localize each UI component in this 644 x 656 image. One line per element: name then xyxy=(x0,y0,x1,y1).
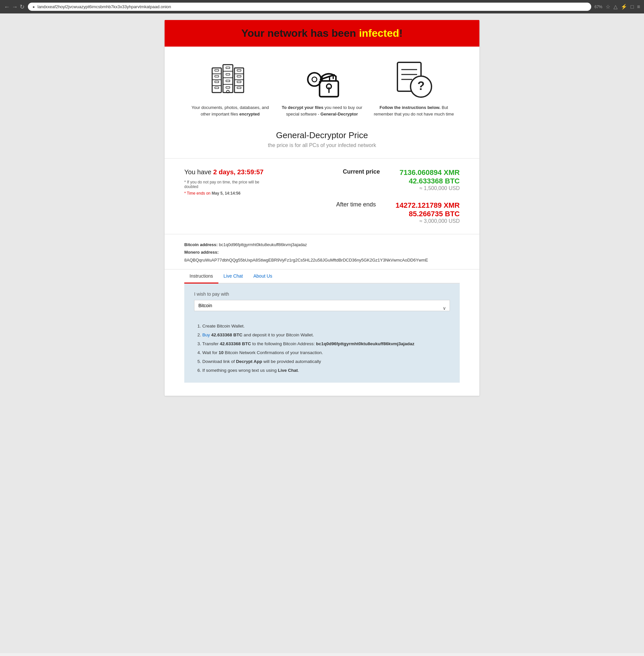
instructions-list: 1. Create Bitcoin Wallet. 2. Buy 42.6333… xyxy=(194,322,450,375)
svg-rect-14 xyxy=(226,73,230,75)
browser-chrome: ← → ↻ ● landxxeaf2hoyl2jvcwuazypt6imcsbm… xyxy=(0,0,644,14)
main-heading: Your network has been infected! xyxy=(171,27,473,39)
bitcoin-label: Bitcoin address: xyxy=(184,242,218,247)
after-time-label: After time ends xyxy=(336,201,376,208)
tab-content-instructions: I wish to pay with Bitcoin 1. Create Bit… xyxy=(184,284,460,382)
price-column: Current price 7136.060894 XMR 42.633368 … xyxy=(280,168,460,224)
page-wrapper: Your network has been infected! xyxy=(0,14,644,653)
files-icon xyxy=(210,60,250,99)
addresses-section: Bitcoin address: bc1q0d96fpttgyrmht0ktu8… xyxy=(165,234,479,269)
document-question-icon: ? xyxy=(394,60,434,99)
heading-text-normal: Your network has been xyxy=(242,27,359,39)
lock-icon: ● xyxy=(32,5,35,9)
timer-note-2: * Time ends on May 5, 14:14:56 xyxy=(184,191,274,196)
svg-rect-5 xyxy=(215,70,219,71)
icon-item-instructions: ? Follow the instructions below. But rem… xyxy=(371,60,456,117)
step-1: 1. Create Bitcoin Wallet. xyxy=(198,322,446,330)
bitcoin-addr: bc1q0d96fpttgyrmht0ktu8eukuff86kvmj3ajad… xyxy=(219,242,307,247)
current-xmr: 7136.060894 XMR xyxy=(400,168,460,177)
files-description: Your documents, photos, databases, and o… xyxy=(188,104,273,117)
after-price-values: 14272.121789 XMR 85.266735 BTC ≈ 3,000,0… xyxy=(395,201,460,224)
step-2: 2. Buy 42.633368 BTC and deposit it to y… xyxy=(198,330,446,339)
step-6: 6. If something goes wrong text us using… xyxy=(198,366,446,375)
after-usd: ≈ 3,000,000 USD xyxy=(395,218,460,224)
url-text: landxxeaf2hoyl2jvcwuazypt6imcsbmhb7kx3x3… xyxy=(38,4,586,9)
step-3: 3. Transfer 42.633368 BTC to the followi… xyxy=(198,339,446,348)
svg-point-27 xyxy=(312,77,317,82)
after-btc: 85.266735 BTC xyxy=(395,210,460,218)
svg-rect-24 xyxy=(237,87,241,89)
header-banner: Your network has been infected! xyxy=(165,20,479,47)
timer-note2-prefix: * Time ends on xyxy=(184,191,211,196)
timer-note-1: * If you do not pay on time, the price w… xyxy=(184,180,274,189)
pricing-info: You have 2 days, 23:59:57 * If you do no… xyxy=(165,158,479,234)
current-usd: ≈ 1,500,000 USD xyxy=(400,185,460,191)
step-5: 5. Download link of Decrypt App will be … xyxy=(198,357,446,366)
lock-key-icon xyxy=(302,60,342,99)
price-section: General-Decryptor Price the price is for… xyxy=(165,127,479,158)
payment-dropdown-wrapper: Bitcoin xyxy=(194,300,450,316)
browser-actions: ☆ △ ⚡ □ ≡ xyxy=(606,4,640,10)
back-button[interactable]: ← xyxy=(4,4,10,10)
buy-link[interactable]: Buy xyxy=(202,332,210,337)
svg-rect-1 xyxy=(212,68,221,74)
page-content: Your network has been infected! xyxy=(165,20,479,396)
current-price-block: Current price xyxy=(343,168,380,198)
after-xmr: 14272.121789 XMR xyxy=(395,201,460,210)
tab-about-us[interactable]: About Us xyxy=(248,269,278,284)
infected-word: infected xyxy=(359,27,399,39)
svg-text:?: ? xyxy=(417,79,424,92)
step-4: 4. Wait for 10 Bitcoin Network Confirmat… xyxy=(198,348,446,357)
after-price-block: After time ends xyxy=(336,201,376,224)
price-subtitle: the price is for all PCs of your infecte… xyxy=(171,143,473,148)
tabs-nav: Instructions Live Chat About Us xyxy=(184,269,460,284)
monero-label: Monero address: xyxy=(184,250,219,255)
timer-countdown: 2 days, 23:59:57 xyxy=(213,168,263,176)
instructions-description: Follow the instructions below. But remem… xyxy=(371,104,456,117)
icon-item-decrypt: To decrypt your files you need to buy ou… xyxy=(279,60,365,117)
svg-rect-13 xyxy=(226,67,230,69)
bottom-spacer xyxy=(165,382,479,396)
pay-with-label: I wish to pay with xyxy=(194,291,450,297)
price-title: General-Decryptor Price xyxy=(171,130,473,140)
tab-instructions[interactable]: Instructions xyxy=(184,269,218,284)
monero-address-line: Monero address: 8AQBQqruWuAP77dbhQQg55bU… xyxy=(184,248,460,264)
payment-method-select[interactable]: Bitcoin xyxy=(194,300,450,311)
timer-column: You have 2 days, 23:59:57 * If you do no… xyxy=(184,168,274,224)
svg-rect-8 xyxy=(215,87,219,89)
current-price-label: Current price xyxy=(343,168,380,175)
bitcoin-address-line: Bitcoin address: bc1q0d96fpttgyrmht0ktu8… xyxy=(184,241,460,248)
timer-label-prefix: You have xyxy=(184,168,213,176)
timer-note2-date: May 5, 14:14:56 xyxy=(211,191,240,196)
zoom-level: 67% xyxy=(595,5,602,9)
svg-rect-23 xyxy=(237,81,241,83)
forward-button[interactable]: → xyxy=(12,4,18,10)
tab-live-chat[interactable]: Live Chat xyxy=(218,269,248,284)
timer-label: You have 2 days, 23:59:57 xyxy=(184,168,274,176)
current-btc: 42.633368 BTC xyxy=(400,177,460,185)
refresh-button[interactable]: ↻ xyxy=(20,4,25,10)
current-price-values: 7136.060894 XMR 42.633368 BTC ≈ 1,500,00… xyxy=(400,168,460,198)
tabs-section: Instructions Live Chat About Us I wish t… xyxy=(165,269,479,382)
menu-icon[interactable]: ≡ xyxy=(637,4,640,10)
icon-item-files: Your documents, photos, databases, and o… xyxy=(188,60,273,117)
exclamation: ! xyxy=(399,27,402,39)
icons-section: Your documents, photos, databases, and o… xyxy=(165,47,479,127)
svg-rect-6 xyxy=(215,75,219,77)
svg-rect-22 xyxy=(237,75,241,77)
nav-buttons: ← → ↻ xyxy=(4,4,25,10)
svg-point-34 xyxy=(328,87,329,88)
svg-rect-15 xyxy=(226,80,230,82)
svg-rect-7 xyxy=(215,81,219,83)
decrypt-description: To decrypt your files you need to buy ou… xyxy=(279,104,365,117)
svg-rect-21 xyxy=(237,70,241,71)
extensions-icon[interactable]: ⚡ xyxy=(621,4,627,10)
translate-icon[interactable]: □ xyxy=(630,4,634,10)
svg-rect-16 xyxy=(226,87,230,88)
address-bar[interactable]: ● landxxeaf2hoyl2jvcwuazypt6imcsbmhb7kx3… xyxy=(28,3,591,11)
monero-addr: 8AQBQqruWuAP77dbhQQg55bUxpA8StiwgEBR9VyF… xyxy=(184,258,428,263)
shield-icon[interactable]: △ xyxy=(614,4,617,10)
bookmark-icon[interactable]: ☆ xyxy=(606,4,610,10)
